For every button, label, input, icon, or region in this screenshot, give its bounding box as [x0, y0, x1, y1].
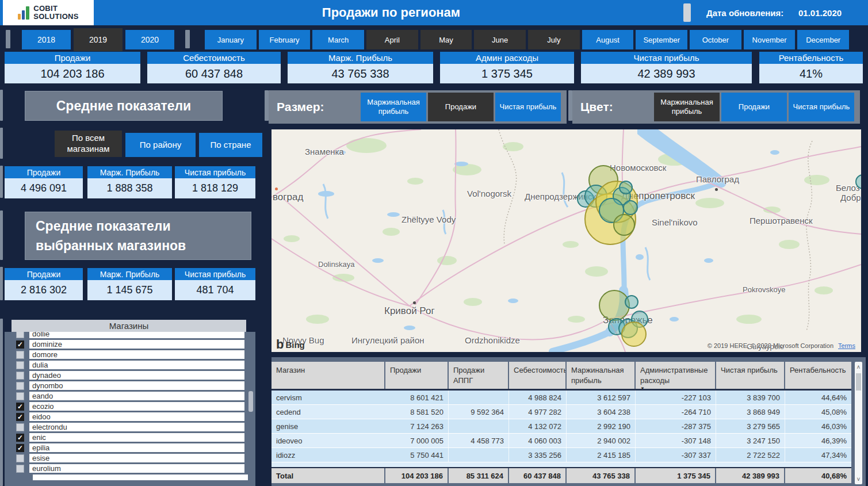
store-name: dynombo [29, 381, 244, 390]
table-header-чистая-прибыль[interactable]: Чистая прибыль [716, 362, 785, 389]
store-checkbox-dollie[interactable] [16, 332, 24, 338]
table-header-административные-расходы[interactable]: Административные расходы▼ [636, 362, 716, 389]
scope-по-всем-магазинам-button[interactable]: По всем магазинам [55, 131, 122, 157]
scroll-down-icon[interactable]: ˅ [855, 475, 862, 483]
color-маржинальная-прибыль-button[interactable]: Маржинальная прибыль [654, 93, 720, 121]
store-checkbox-epilia[interactable]: ✓ [16, 444, 24, 452]
store-row-electrondu[interactable]: electrondu [16, 423, 255, 431]
map-label-знаменка: Знаменка [305, 147, 344, 156]
month-october-button[interactable]: October [690, 30, 741, 49]
table-cell: cervism [272, 391, 385, 404]
table-header-продажи[interactable]: Продажи [385, 362, 449, 389]
bing-logo[interactable]: b Bing [276, 339, 305, 350]
table-cell: 2 992 190 [567, 419, 636, 433]
store-row-dominize[interactable]: ✓dominize [16, 340, 255, 349]
store-row-enic[interactable]: ✓enic [16, 433, 255, 442]
kpi-value: 1 375 345 [440, 64, 574, 83]
table-scrollbar[interactable]: ˄ ˅ [855, 362, 862, 484]
color-чистая-прибыль-button[interactable]: Чистая прибыль [789, 93, 854, 121]
sort-descending-icon[interactable]: ▼ [640, 386, 710, 389]
map-bubble[interactable] [621, 322, 647, 347]
map-canvas[interactable]: ЗнаменкавоградVol'nogorskДнепродзержинск… [272, 129, 861, 352]
table-cell: 4 988 824 [509, 391, 567, 404]
store-checkbox-dynombo[interactable] [16, 382, 24, 390]
store-row-esise[interactable]: esise [16, 454, 255, 462]
month-march-button[interactable]: March [312, 30, 364, 49]
color-продажи-button[interactable]: Продажи [721, 93, 787, 121]
store-row-dollie[interactable]: dollie [16, 332, 255, 338]
store-checkbox-dulia[interactable] [16, 361, 24, 369]
store-checkbox-esise[interactable] [16, 454, 24, 462]
table-header-магазин[interactable]: Магазин [272, 362, 385, 389]
slicer-handle [0, 211, 3, 260]
kpi-label: Продажи [5, 268, 83, 280]
color-slicer-handle [568, 90, 572, 121]
table-row-ideoveo[interactable]: ideoveo7 000 0054 458 7734 060 0032 940 … [272, 434, 851, 448]
month-may-button[interactable]: May [420, 30, 472, 49]
year-2020-button[interactable]: 2020 [125, 30, 174, 49]
map-bubble[interactable] [623, 200, 638, 215]
size-чистая-прибыль-button[interactable]: Чистая прибыль [495, 93, 561, 121]
store-checkbox-ecozio[interactable]: ✓ [16, 403, 24, 411]
table-cell: genise [272, 419, 385, 433]
month-september-button[interactable]: September [636, 30, 687, 49]
table-header-продажи-аппг[interactable]: Продажи АППГ [449, 362, 509, 389]
table-header-рентабельность[interactable]: Рентабельность [785, 362, 851, 389]
store-checkbox-eurolium[interactable] [16, 465, 24, 473]
selected-kpi-продажи: Продажи2 816 302 [5, 268, 83, 301]
store-checkbox-enic[interactable]: ✓ [16, 434, 24, 442]
store-checkbox-electrondu[interactable] [16, 423, 24, 431]
month-august-button[interactable]: August [582, 30, 634, 49]
table-cell: 46,39% [785, 434, 851, 447]
store-name: eidoo [29, 412, 244, 421]
table-cell: 47,34% [785, 448, 851, 462]
store-row-domore[interactable]: domore [16, 350, 255, 359]
store-name: electrondu [29, 423, 244, 431]
store-checkbox-domore[interactable] [16, 351, 24, 359]
month-june-button[interactable]: June [474, 30, 526, 49]
city-dot [715, 188, 718, 191]
store-row-epilia[interactable]: ✓epilia [16, 443, 255, 452]
store-checkbox-dynadeo[interactable] [16, 372, 24, 380]
stores-scrollbar-thumb[interactable] [248, 391, 253, 412]
map-label-sinel-nikovo: Sinel'nikovo [652, 217, 698, 227]
year-2019-button[interactable]: 2019 [74, 28, 123, 51]
table-row-cervism[interactable]: cervism8 601 4214 988 8243 612 597-227 1… [272, 391, 851, 405]
size-продажи-button[interactable]: Продажи [428, 93, 494, 121]
map-label-pokrovskoye: Pokrovskoye [743, 285, 785, 294]
store-row-eando[interactable]: eando [16, 392, 255, 400]
table-header-маржинальная-прибыль[interactable]: Маржинальная прибыль [567, 362, 636, 389]
store-row-eidoo[interactable]: ✓eidoo [16, 412, 255, 421]
table-row-idiozz[interactable]: idiozz5 750 4413 335 2562 415 185-307 33… [272, 448, 851, 462]
scroll-up-icon[interactable]: ˄ [855, 363, 862, 371]
scope-по-району-button[interactable]: По району [125, 133, 196, 157]
table-header-себестоимость[interactable]: Себестоимость [509, 362, 567, 389]
table-scrollbar-thumb[interactable] [856, 373, 861, 391]
map-bubble[interactable] [619, 181, 633, 194]
month-july-button[interactable]: July [528, 30, 580, 49]
store-row-dynadeo[interactable]: dynadeo [16, 371, 255, 380]
month-april-button[interactable]: April [366, 30, 418, 49]
month-january-button[interactable]: January [205, 30, 257, 49]
store-checkbox-eando[interactable] [16, 392, 24, 400]
map-terms-link[interactable]: Terms [838, 342, 855, 349]
store-row-eurolium[interactable]: eurolium [16, 464, 255, 473]
map-bubble[interactable] [625, 295, 638, 309]
scope-по-стране-button[interactable]: По стране [199, 133, 262, 157]
store-checkbox-dominize[interactable]: ✓ [16, 340, 24, 349]
store-row-dynombo[interactable]: dynombo [16, 381, 255, 390]
store-checkbox-eidoo[interactable]: ✓ [16, 413, 24, 421]
year-2018-button[interactable]: 2018 [22, 30, 71, 49]
map-bubble[interactable] [613, 214, 635, 236]
store-row-ecozio[interactable]: ✓ecozio [16, 402, 255, 411]
month-february-button[interactable]: February [259, 30, 311, 49]
table-row-genise[interactable]: genise7 124 2634 132 0722 992 190-287 37… [272, 419, 851, 434]
table-cell: 8 601 421 [385, 391, 449, 404]
table-cell [449, 419, 509, 433]
store-row-dulia[interactable]: dulia [16, 361, 255, 369]
table-row-cedend[interactable]: cedend8 581 5209 592 3644 977 2823 604 2… [272, 405, 851, 419]
size-маржинальная-прибыль-button[interactable]: Маржинальная прибыль [361, 93, 426, 121]
month-november-button[interactable]: November [744, 30, 796, 49]
kpi-value: 104 203 186 [5, 64, 140, 83]
month-december-button[interactable]: December [797, 30, 849, 49]
